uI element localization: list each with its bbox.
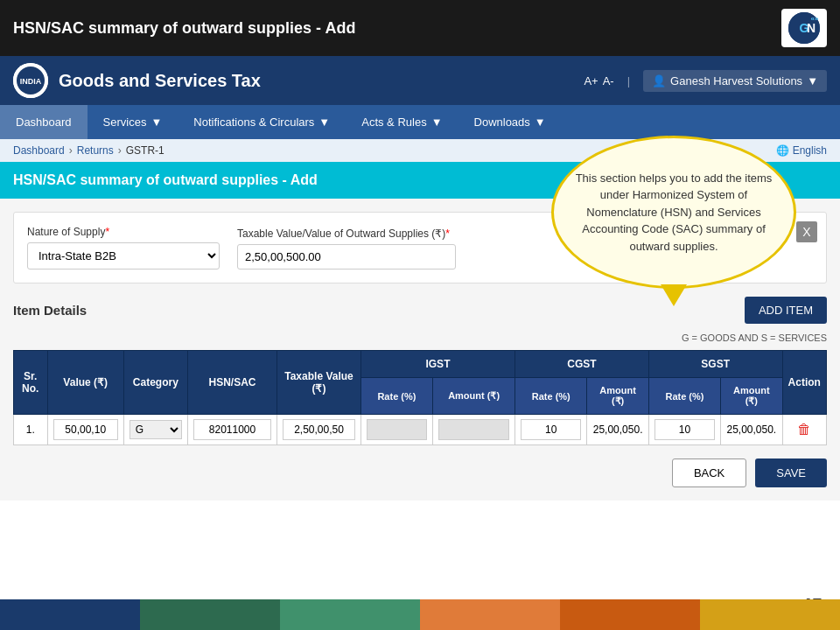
- breadcrumb-sep-1: ›: [69, 144, 73, 157]
- col-sgst-amount: Amount (₹): [721, 378, 782, 415]
- nav-acts-label: Acts & Rules: [361, 116, 426, 129]
- row-sgst-rate-input[interactable]: [654, 419, 715, 440]
- nature-of-supply-label: Nature of Supply*: [27, 226, 220, 238]
- row-action[interactable]: 🗑: [782, 415, 826, 445]
- nav-acts[interactable]: Acts & Rules ▼: [346, 105, 458, 139]
- svg-text:«»: «»: [811, 15, 819, 23]
- bottom-bar-6: [700, 599, 840, 630]
- item-table: Sr. No. Value (₹) Category HSN/SAC Taxab…: [13, 350, 827, 445]
- footer-buttons: BACK SAVE: [13, 458, 827, 487]
- row-hsn-input[interactable]: [193, 419, 271, 440]
- nav-downloads-arrow: ▼: [535, 116, 546, 129]
- nav-notifications[interactable]: Notifications & Circulars ▼: [178, 105, 346, 139]
- row-cgst-rate[interactable]: [515, 415, 587, 445]
- svg-text:N: N: [807, 21, 816, 35]
- col-cgst-amount: Amount (₹): [587, 378, 648, 415]
- nav-notifications-arrow: ▼: [318, 116, 330, 129]
- row-igst-amount-input[interactable]: [438, 419, 509, 440]
- row-sgst-rate[interactable]: [648, 415, 720, 445]
- logo-icon: G N «»: [788, 12, 820, 44]
- row-sr-no: 1.: [14, 415, 48, 445]
- taxable-value-group: Taxable Value/Value of Outward Supplies …: [237, 228, 456, 270]
- delete-row-button[interactable]: 🗑: [797, 422, 811, 438]
- language-selector[interactable]: 🌐 English: [776, 144, 827, 157]
- row-value[interactable]: [47, 415, 123, 445]
- user-name: Ganesh Harvest Solutions: [670, 74, 802, 88]
- row-value-input[interactable]: [53, 419, 118, 440]
- col-sr-no: Sr. No.: [14, 351, 48, 415]
- page-section-title: HSN/SAC summary of outward supplies - Ad…: [13, 172, 318, 187]
- breadcrumb-dashboard[interactable]: Dashboard: [13, 144, 65, 157]
- close-button[interactable]: X: [796, 221, 817, 242]
- tooltip-arrow: [661, 284, 687, 306]
- taxable-value-input[interactable]: [237, 244, 456, 270]
- breadcrumb-sep-2: ›: [118, 144, 122, 157]
- col-cgst: CGST: [515, 351, 649, 378]
- add-item-button[interactable]: ADD ITEM: [745, 297, 827, 324]
- row-igst-rate-input[interactable]: [367, 419, 427, 440]
- nav-downloads[interactable]: Downloads ▼: [458, 105, 562, 139]
- row-igst-rate[interactable]: [360, 415, 432, 445]
- logo-container: G N «»: [781, 9, 827, 47]
- item-details-header: Item Details ADD ITEM: [13, 297, 827, 324]
- font-controls[interactable]: A+ A-: [584, 74, 613, 88]
- row-cgst-amount-val: 25,00,050.: [593, 424, 643, 436]
- row-sgst-amount: 25,00,050.: [721, 415, 782, 445]
- bottom-bar-4: [420, 599, 560, 630]
- nature-required: *: [105, 226, 109, 238]
- taxable-value-label: Taxable Value/Value of Outward Supplies …: [237, 228, 456, 240]
- item-details-section: Item Details ADD ITEM G = GOODS AND S = …: [13, 297, 827, 487]
- nav-acts-arrow: ▼: [431, 116, 443, 129]
- user-dropdown-arrow: ▼: [807, 74, 818, 88]
- row-taxable-input[interactable]: [283, 419, 355, 440]
- breadcrumb-left: Dashboard › Returns › GSTR-1: [13, 144, 164, 157]
- row-category[interactable]: G S: [123, 415, 187, 445]
- nav-services-label: Services: [103, 116, 147, 129]
- bottom-bar: [0, 599, 840, 630]
- font-increase[interactable]: A+: [584, 74, 598, 88]
- row-hsn-sac[interactable]: [187, 415, 276, 445]
- col-cgst-rate: Rate (%): [515, 378, 587, 415]
- col-value: Value (₹): [47, 351, 123, 415]
- row-taxable-value[interactable]: [277, 415, 361, 445]
- svg-text:INDIA: INDIA: [20, 77, 42, 86]
- col-category: Category: [123, 351, 187, 415]
- header-title: Goods and Services Tax: [59, 71, 261, 91]
- row-igst-amount[interactable]: [433, 415, 515, 445]
- navigation: Dashboard Services ▼ Notifications & Cir…: [0, 105, 840, 139]
- item-details-title: Item Details: [13, 303, 87, 318]
- nav-services[interactable]: Services ▼: [88, 105, 178, 139]
- header: INDIA Goods and Services Tax A+ A- | 👤 G…: [0, 56, 840, 105]
- row-category-select[interactable]: G S: [130, 420, 182, 439]
- user-menu[interactable]: 👤 Ganesh Harvest Solutions ▼: [643, 70, 827, 92]
- col-hsn-sac: HSN/SAC: [187, 351, 276, 415]
- nav-notifications-label: Notifications & Circulars: [193, 116, 314, 129]
- back-button[interactable]: BACK: [672, 458, 746, 487]
- header-separator: |: [627, 74, 630, 88]
- col-taxable-value: Taxable Value (₹): [277, 351, 361, 415]
- taxable-required: *: [445, 228, 450, 240]
- nature-of-supply-select[interactable]: Intra-State B2B: [27, 242, 220, 270]
- nature-of-supply-group: Nature of Supply* Intra-State B2B: [27, 226, 220, 270]
- col-igst: IGST: [360, 351, 514, 378]
- nav-dashboard[interactable]: Dashboard: [0, 105, 88, 139]
- header-right: A+ A- | 👤 Ganesh Harvest Solutions ▼: [584, 70, 827, 92]
- bottom-bar-5: [560, 599, 700, 630]
- breadcrumb-returns[interactable]: Returns: [77, 144, 114, 157]
- row-cgst-amount: 25,00,050.: [587, 415, 648, 445]
- save-button[interactable]: SAVE: [755, 458, 827, 487]
- bottom-bar-2: [140, 599, 280, 630]
- font-decrease[interactable]: A-: [603, 74, 614, 88]
- col-sgst-rate: Rate (%): [648, 378, 720, 415]
- page-title: HSN/SAC summary of outward supplies - Ad…: [13, 19, 355, 38]
- bottom-bar-3: [280, 599, 420, 630]
- tooltip-text: This section helps you to add the items …: [571, 170, 776, 256]
- col-igst-amount: Amount (₹): [433, 378, 515, 415]
- bottom-bar-1: [0, 599, 140, 630]
- header-left: INDIA Goods and Services Tax: [13, 63, 261, 98]
- emblem: INDIA: [13, 63, 48, 98]
- col-igst-rate: Rate (%): [360, 378, 432, 415]
- row-cgst-rate-input[interactable]: [521, 419, 581, 440]
- nav-services-arrow: ▼: [150, 116, 162, 129]
- goods-note: G = GOODS AND S = SERVICES: [13, 332, 827, 343]
